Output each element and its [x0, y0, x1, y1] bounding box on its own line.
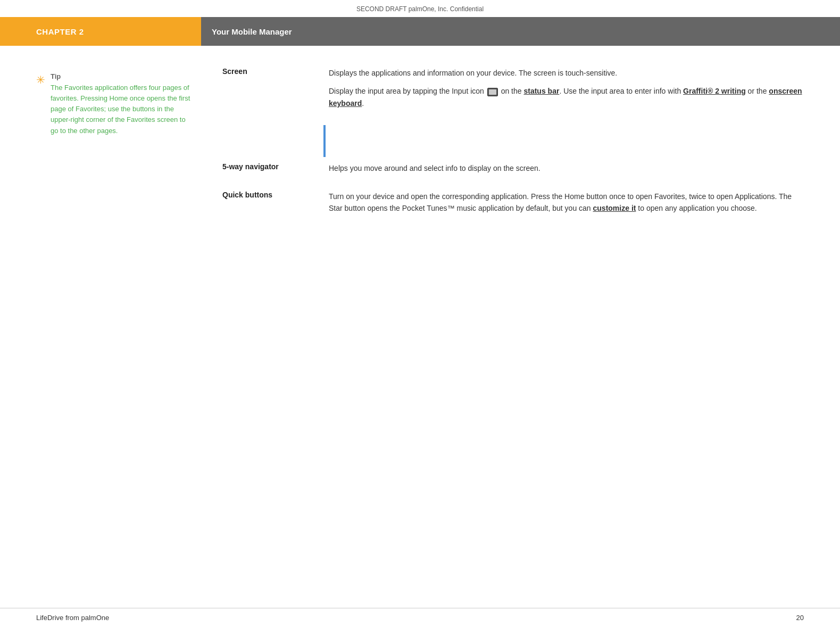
- page-header: SECOND DRAFT palmOne, Inc. Confidential: [0, 0, 840, 17]
- content-row-quickbuttons: Quick buttons Turn on your device and op…: [222, 191, 804, 214]
- tip-text: The Favorites application offers four pa…: [51, 82, 190, 136]
- customize-link[interactable]: customize it: [593, 204, 636, 212]
- def-screen-p1: Displays the applications and informatio…: [329, 67, 804, 79]
- def-navigator: Helps you move around and select info to…: [329, 162, 804, 174]
- content-row-navigator: 5-way navigator Helps you move around an…: [222, 162, 804, 174]
- draft-text: SECOND DRAFT palmOne, Inc. Confidential: [356, 5, 484, 13]
- content-row-screen: Screen Displays the applications and inf…: [222, 67, 804, 109]
- term-navigator: 5-way navigator: [222, 162, 329, 171]
- chapter-title: Your Mobile Manager: [212, 27, 292, 36]
- def-screen: Displays the applications and informatio…: [329, 67, 804, 109]
- chapter-bar-left: CHAPTER 2: [0, 17, 201, 46]
- tip-content: Tip The Favorites application offers fou…: [51, 72, 190, 136]
- term-quickbuttons: Quick buttons: [222, 191, 329, 199]
- right-panel: Screen Displays the applications and inf…: [201, 67, 804, 230]
- def-navigator-p1: Helps you move around and select info to…: [329, 162, 804, 174]
- graffiti-link[interactable]: Graffiti® 2 writing: [683, 87, 746, 95]
- chapter-bar: CHAPTER 2 Your Mobile Manager: [0, 17, 840, 46]
- main-content: ✳ Tip The Favorites application offers f…: [0, 46, 840, 230]
- left-panel: ✳ Tip The Favorites application offers f…: [36, 67, 201, 230]
- page-footer: LifeDrive from palmOne 20: [0, 608, 840, 627]
- def-quickbuttons-p1: Turn on your device and open the corresp…: [329, 191, 804, 214]
- page-number: 20: [796, 614, 804, 622]
- tip-block: ✳ Tip The Favorites application offers f…: [36, 72, 190, 136]
- chapter-label: CHAPTER 2: [36, 27, 84, 36]
- term-screen: Screen: [222, 67, 329, 76]
- vertical-divider: [323, 125, 326, 157]
- chapter-bar-right: Your Mobile Manager: [201, 17, 840, 46]
- footer-product-name: LifeDrive from palmOne: [36, 614, 109, 622]
- def-quickbuttons: Turn on your device and open the corresp…: [329, 191, 804, 214]
- def-screen-p2: Display the input area by tapping the In…: [329, 85, 804, 109]
- status-bar-link[interactable]: status bar: [523, 87, 559, 95]
- tip-label: Tip: [51, 72, 190, 80]
- tip-star-icon: ✳: [36, 73, 45, 136]
- input-icon: [487, 88, 498, 96]
